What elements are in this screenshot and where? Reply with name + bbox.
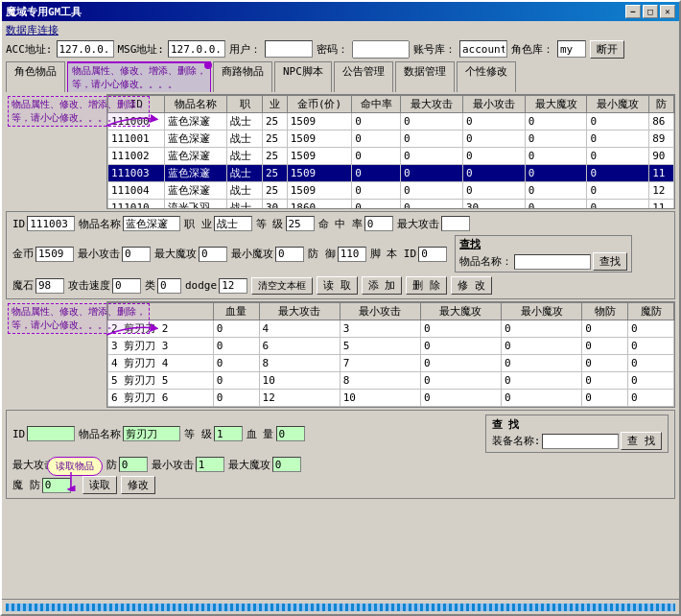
col-class: 业 — [262, 96, 287, 113]
lower-mdef-input[interactable] — [42, 478, 71, 493]
upper-name-label: 物品名称 — [79, 217, 121, 231]
upper-gem-input[interactable] — [35, 278, 64, 294]
upper-dodge-label: dodge — [185, 279, 217, 292]
upper-speed-input[interactable] — [112, 278, 141, 294]
lower-id-label: ID — [12, 428, 25, 440]
lower-matk-max-input[interactable] — [272, 457, 301, 472]
item-name-search-label: 物品名称： — [459, 254, 512, 269]
search-box: 查找 物品名称： 查找 — [455, 235, 632, 272]
tab-personal[interactable]: 个性修改 — [457, 61, 516, 92]
equip-search-input[interactable] — [542, 434, 619, 449]
lower-atk-max-label: 最大攻击 — [12, 458, 55, 472]
lower-read-btn[interactable]: 读取 — [82, 476, 117, 494]
upper-job-input[interactable] — [214, 216, 252, 231]
del-btn[interactable]: 删 除 — [406, 276, 447, 295]
table-row[interactable]: 111002蓝色深邃战士2515090000090 — [108, 148, 674, 165]
upper-gold-input[interactable] — [35, 247, 74, 262]
upper-matk-min-input[interactable] — [275, 247, 304, 262]
minimize-button[interactable]: − — [625, 5, 641, 18]
lower-id-input[interactable] — [27, 426, 75, 441]
upper-atk-min-label: 最小攻击 — [78, 247, 120, 261]
upper-def-input[interactable] — [338, 247, 366, 262]
table-row[interactable]: 4 剪刃刀 40870000 — [108, 355, 674, 372]
search-button-upper[interactable]: 查找 — [593, 252, 627, 271]
upper-gold-label: 金币 — [12, 247, 34, 261]
user-input[interactable] — [265, 40, 313, 58]
col-job: 职 — [227, 96, 263, 113]
lower-section: 物品属性、修改、增添、删除， 等，请小心修改。。。。 血量 — [6, 301, 675, 499]
db-input[interactable] — [459, 40, 507, 58]
col-hit: 命中率 — [352, 96, 401, 113]
add-btn[interactable]: 添 加 — [362, 276, 403, 295]
upper-atk-max-input[interactable] — [441, 216, 470, 231]
menu-db-connect[interactable]: 数据库连接 — [6, 24, 59, 36]
lower-name-input[interactable] — [123, 426, 180, 441]
upper-name-input[interactable] — [123, 216, 180, 231]
modify-btn[interactable]: 修 改 — [451, 276, 492, 295]
db-label: 账号库： — [413, 42, 456, 57]
col-matk-max: 最大魔攻 — [525, 96, 587, 113]
lower-pdef-input[interactable] — [119, 457, 148, 472]
upper-hit-input[interactable] — [364, 216, 393, 231]
upper-def-label: 防 御 — [308, 247, 336, 261]
upper-level-input[interactable] — [286, 216, 315, 231]
col-gold: 金币(价) — [287, 96, 352, 113]
acc-input[interactable] — [57, 40, 114, 58]
table-row[interactable]: 111000蓝色深邃战士2515090000086 — [108, 113, 674, 130]
col-lv-matk-max: 最大魔攻 — [420, 303, 501, 320]
item-name-search-input[interactable] — [514, 254, 591, 270]
upper-gem-label: 魔石 — [12, 278, 34, 293]
tab-role-items[interactable]: 角色物品 — [6, 61, 65, 92]
table-row[interactable]: 2 剪刃刀 20430000 — [108, 320, 674, 338]
connect-button[interactable]: 断开 — [590, 40, 624, 59]
read-btn[interactable]: 读 取 — [317, 276, 358, 295]
main-window: 魔域专用GM工具 − □ ✕ 数据库连接 ACC地址: MSG地址: 用户： 密… — [0, 0, 681, 616]
col-matk-min: 最小魔攻 — [587, 96, 649, 113]
maximize-button[interactable]: □ — [643, 5, 658, 18]
tab-npc-script[interactable]: NPC脚本 — [274, 61, 332, 92]
col-lv-hp: 血量 — [213, 303, 259, 320]
col-lv-id — [108, 303, 214, 320]
lower-item-table: 血量 最大攻击 最小攻击 最大魔攻 最小魔攻 物防 魔防 2 剪刃刀 20430… — [107, 302, 674, 407]
pwd-input[interactable] — [352, 40, 410, 59]
col-name: 物品名称 — [165, 96, 227, 113]
tab-data-mgmt[interactable]: 数据管理 — [395, 61, 455, 92]
lower-search-button[interactable]: 查 找 — [621, 432, 662, 450]
col-atk-max: 最大攻击 — [401, 96, 463, 113]
lower-modify-btn[interactable]: 修改 — [121, 476, 155, 494]
lower-level-input[interactable] — [214, 426, 243, 441]
upper-table-container: ID 物品名称 职 业 金币(价) 命中率 最大攻击 最小攻击 最大魔攻 最小魔… — [106, 94, 675, 209]
table-row[interactable]: 111010流光飞羽战士30186000300011 — [108, 200, 674, 210]
table-row[interactable]: 5 剪刃刀 501080000 — [108, 372, 674, 390]
upper-type-input[interactable] — [157, 278, 181, 294]
msg-input[interactable] — [168, 40, 225, 58]
tab-item-attrs[interactable]: 物品属性、修改、增添、删除，等，请小心修改。。。。 — [67, 61, 211, 92]
role-input[interactable] — [557, 40, 586, 58]
col-atk-min: 最小攻击 — [462, 96, 525, 113]
upper-atk-min-input[interactable] — [122, 247, 151, 262]
table-row[interactable]: 3 剪刃刀 30650000 — [108, 338, 674, 355]
toolbar: ACC地址: MSG地址: 用户： 密码： 账号库： 角色库： 断开 — [2, 38, 679, 59]
col-lv-pdef: 物防 — [582, 303, 628, 320]
lower-hp-input[interactable] — [276, 426, 305, 441]
status-bar — [2, 599, 679, 614]
upper-type-label: 类 — [145, 278, 155, 293]
table-row[interactable]: 6 剪刃刀 6012100000 — [108, 390, 674, 407]
clear-btn[interactable]: 清空文本框 — [251, 277, 313, 295]
tab-shop-items[interactable]: 商路物品 — [213, 61, 272, 92]
tab-notice[interactable]: 公告管理 — [334, 61, 393, 92]
upper-foot-input[interactable] — [418, 247, 447, 262]
upper-matk-max-input[interactable] — [199, 247, 227, 262]
equip-label: 装备名称: — [492, 434, 541, 448]
table-row[interactable]: 111004蓝色深邃战士2515090000012 — [108, 182, 674, 200]
table-row-selected[interactable]: 111003蓝色深邃战士2515090000011 — [108, 165, 674, 182]
upper-dodge-input[interactable] — [219, 278, 247, 294]
close-button[interactable]: ✕ — [660, 5, 675, 18]
window-title: 魔域专用GM工具 — [6, 5, 82, 19]
lower-atk-min-input[interactable] — [196, 457, 224, 472]
lower-level-label: 等 级 — [184, 427, 212, 441]
table-row[interactable]: 111001蓝色深邃战士2515090000089 — [108, 130, 674, 148]
upper-id-input[interactable] — [27, 216, 75, 231]
col-lv-atk-max: 最大攻击 — [259, 303, 340, 320]
lower-atk-max-input[interactable] — [57, 457, 85, 472]
